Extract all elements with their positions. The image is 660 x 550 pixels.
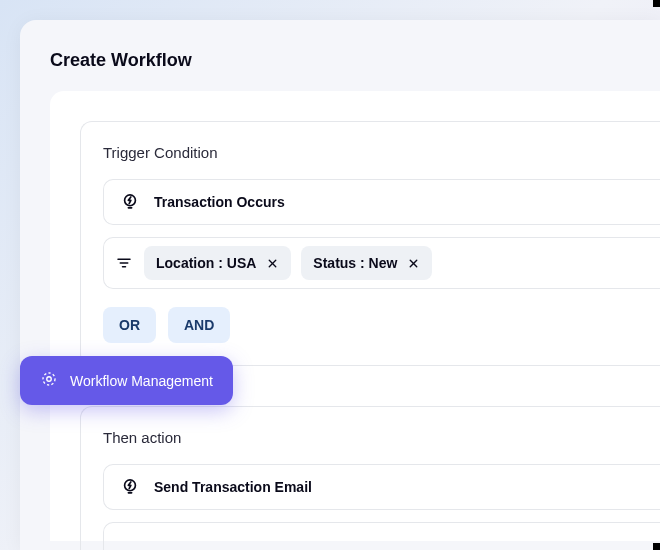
filter-icon [114, 253, 134, 273]
filter-chip-status[interactable]: Status : New [301, 246, 432, 280]
or-button[interactable]: OR [103, 307, 156, 343]
workflow-icon [40, 370, 58, 391]
close-icon[interactable] [266, 257, 279, 270]
tracker-dot [653, 543, 660, 550]
action-input[interactable]: Send Transaction Email [103, 464, 660, 510]
lightning-bulb-icon [120, 477, 140, 497]
trigger-filter-bar[interactable]: Location : USA Status : New [103, 237, 660, 289]
action-filter-bar[interactable] [103, 522, 660, 550]
filter-chip-location[interactable]: Location : USA [144, 246, 291, 280]
workflow-card: Trigger Condition Transaction Occurs [50, 91, 660, 541]
filter-chip-label: Location : USA [156, 255, 256, 271]
trigger-section: Trigger Condition Transaction Occurs [80, 121, 660, 366]
action-section-title: Then action [103, 429, 660, 446]
and-button[interactable]: AND [168, 307, 230, 343]
page-container: Create Workflow Trigger Condition Transa… [20, 20, 660, 550]
workflow-management-badge[interactable]: Workflow Management [20, 356, 233, 405]
svg-point-2 [47, 377, 52, 382]
svg-point-3 [43, 373, 55, 385]
logic-operator-row: OR AND [103, 307, 660, 343]
workflow-management-label: Workflow Management [70, 373, 213, 389]
close-icon[interactable] [407, 257, 420, 270]
action-label: Send Transaction Email [154, 479, 312, 495]
action-section: Then action Send Transaction Email [80, 406, 660, 550]
tracker-dot [653, 0, 660, 7]
page-title: Create Workflow [50, 50, 660, 71]
filter-chip-label: Status : New [313, 255, 397, 271]
lightning-bulb-icon [120, 192, 140, 212]
trigger-event-label: Transaction Occurs [154, 194, 285, 210]
trigger-section-title: Trigger Condition [103, 144, 660, 161]
trigger-event-input[interactable]: Transaction Occurs [103, 179, 660, 225]
